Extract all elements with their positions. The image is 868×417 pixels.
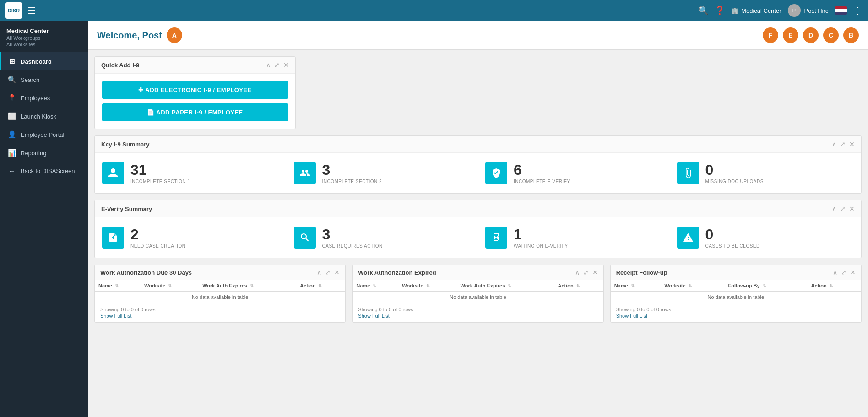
sidebar: Medical Center All Workgroups All Worksi…	[0, 21, 88, 417]
expand-icon[interactable]: ⤢	[274, 61, 280, 69]
no-data-message: No data available in table	[95, 292, 345, 303]
dashboard-content: Quick Add I-9 ∧ ⤢ ✕ ✚ ADD ELECTRONIC I-9…	[88, 50, 868, 329]
col-expires[interactable]: Work Auth Expires ⇅	[199, 280, 296, 292]
missing-doc-item[interactable]: 0 MISSING DOC UPLOADS	[670, 153, 862, 193]
collapse-wae-icon[interactable]: ∧	[575, 269, 580, 276]
close-rf-icon[interactable]: ✕	[850, 269, 856, 276]
org-name: Medical Center	[6, 27, 81, 34]
work-auth-due-widget: Work Authorization Due 30 Days ∧ ⤢ ✕ Nam…	[94, 265, 346, 323]
collapse-i9-icon[interactable]: ∧	[832, 141, 836, 148]
main-content: Welcome, Post A F E D C B Quick Add I-9 …	[88, 21, 868, 417]
cases-to-close-item[interactable]: 0 CASES TO BE CLOSED	[670, 217, 862, 258]
welcome-header: Welcome, Post A F E D C B	[88, 21, 868, 50]
showing-rows-wae: Showing 0 to 0 of 0 rows	[358, 307, 413, 312]
collapse-ev-icon[interactable]: ∧	[832, 205, 836, 212]
language-flag[interactable]	[835, 6, 847, 15]
close-icon[interactable]: ✕	[283, 61, 289, 69]
work-auth-expired-table: Name ⇅ Worksite ⇅ Work Auth Expires ⇅ Ac…	[353, 280, 603, 303]
reporting-icon: 📊	[8, 149, 16, 157]
add-paper-i9-button[interactable]: 📄 ADD PAPER I-9 / EMPLOYEE	[102, 103, 288, 121]
receipt-followup-widget: Receipt Follow-up ∧ ⤢ ✕ Name ⇅ Worksite …	[610, 265, 862, 323]
incomplete-everify-item[interactable]: 6 INCOMPLETE E-VERIFY	[478, 153, 670, 193]
collapse-rf-icon[interactable]: ∧	[833, 269, 837, 276]
col-name-rf[interactable]: Name ⇅	[611, 280, 661, 292]
close-wae-icon[interactable]: ✕	[592, 269, 598, 276]
work-auth-due-controls: ∧ ⤢ ✕	[317, 269, 340, 276]
sidebar-item-search[interactable]: 🔍 Search	[0, 70, 88, 89]
badge-d[interactable]: D	[803, 27, 819, 43]
sidebar-item-reporting[interactable]: 📊 Reporting	[0, 144, 88, 162]
everify-header: E-Verify Summary ∧ ⤢ ✕	[95, 200, 861, 217]
collapse-wad-icon[interactable]: ∧	[317, 269, 321, 276]
incomplete-section2-item[interactable]: 3 INCOMPLETE SECTION 2	[287, 153, 478, 193]
col-worksite[interactable]: Worksite ⇅	[141, 280, 199, 292]
quick-add-title: Quick Add I-9	[101, 62, 139, 69]
no-data-row-wae: No data available in table	[353, 292, 603, 303]
add-electronic-i9-button[interactable]: ✚ ADD ELECTRONIC I-9 / EMPLOYEE	[102, 81, 288, 99]
col-worksite-rf[interactable]: Worksite ⇅	[661, 280, 724, 292]
building-icon: 🏢	[731, 7, 738, 14]
welcome-text: Welcome, Post	[97, 30, 162, 41]
close-wad-icon[interactable]: ✕	[334, 269, 340, 276]
expand-ev-icon[interactable]: ⤢	[840, 205, 846, 212]
doc-plus-icon	[102, 227, 124, 249]
col-worksite-wae[interactable]: Worksite ⇅	[398, 280, 456, 292]
user-avatar: P	[788, 4, 801, 17]
user-menu[interactable]: P Post Hire	[788, 4, 829, 17]
key-i9-grid: 31 INCOMPLETE SECTION 1 3 INCOMPLETE SEC…	[95, 153, 861, 193]
badge-b[interactable]: B	[843, 27, 859, 43]
badge-c[interactable]: C	[823, 27, 839, 43]
quick-add-body: ✚ ADD ELECTRONIC I-9 / EMPLOYEE 📄 ADD PA…	[95, 74, 295, 129]
case-requires-action-info: 3 CASE REQUIRES ACTION	[322, 227, 383, 249]
warning-triangle-icon	[677, 227, 699, 249]
show-full-list-wad[interactable]: Show Full List	[100, 313, 340, 319]
work-auth-due-footer: Showing 0 to 0 of 0 rows Show Full List	[95, 303, 345, 322]
col-action-wae[interactable]: Action ⇅	[554, 280, 603, 292]
show-full-list-rf[interactable]: Show Full List	[616, 313, 856, 319]
waiting-everify-item[interactable]: 1 WAITING ON E-VERIFY	[478, 217, 670, 258]
app-logo[interactable]: DISR	[5, 2, 22, 19]
case-requires-action-item[interactable]: 3 CASE REQUIRES ACTION	[287, 217, 478, 258]
incomplete-section2-number: 3	[322, 162, 382, 177]
col-expires-wae[interactable]: Work Auth Expires ⇅	[456, 280, 554, 292]
col-name-wae[interactable]: Name ⇅	[353, 280, 398, 292]
medical-center-selector[interactable]: 🏢 Medical Center	[731, 7, 781, 14]
cases-to-close-number: 0	[705, 227, 760, 242]
showing-rows-wad: Showing 0 to 0 of 0 rows	[100, 307, 155, 312]
expand-wad-icon[interactable]: ⤢	[325, 269, 331, 276]
need-case-creation-item[interactable]: 2 NEED CASE CREATION	[95, 217, 287, 258]
header-badges: F E D C B	[763, 27, 859, 43]
collapse-icon[interactable]: ∧	[266, 61, 271, 69]
expand-rf-icon[interactable]: ⤢	[841, 269, 846, 276]
col-followup-rf[interactable]: Follow-up By ⇅	[725, 280, 808, 292]
hamburger-menu-icon[interactable]: ☰	[27, 5, 36, 16]
sidebar-label-launch-kiosk: Launch Kiosk	[21, 113, 56, 120]
sidebar-item-back-to-disa[interactable]: ← Back to DISAScreen	[0, 162, 88, 180]
more-options-icon[interactable]: ⋮	[853, 5, 863, 16]
help-icon[interactable]: ❓	[715, 5, 725, 16]
search-icon[interactable]: 🔍	[698, 5, 708, 16]
badge-e[interactable]: E	[783, 27, 798, 43]
need-case-creation-number: 2	[130, 227, 186, 242]
col-action[interactable]: Action ⇅	[296, 280, 345, 292]
col-action-rf[interactable]: Action ⇅	[808, 280, 861, 292]
quick-add-controls: ∧ ⤢ ✕	[266, 61, 289, 69]
close-ev-icon[interactable]: ✕	[849, 205, 855, 212]
badge-f[interactable]: F	[763, 27, 778, 43]
close-i9-icon[interactable]: ✕	[849, 141, 855, 148]
sidebar-item-employee-portal[interactable]: 👤 Employee Portal	[0, 125, 88, 144]
everify-grid: 2 NEED CASE CREATION 3 CASE REQUIRES ACT…	[95, 217, 861, 258]
sidebar-item-launch-kiosk[interactable]: ⬜ Launch Kiosk	[0, 107, 88, 125]
expand-i9-icon[interactable]: ⤢	[840, 141, 846, 148]
expand-wae-icon[interactable]: ⤢	[583, 269, 589, 276]
show-full-list-wae[interactable]: Show Full List	[358, 313, 597, 319]
incomplete-everify-label: INCOMPLETE E-VERIFY	[514, 179, 570, 184]
welcome-title: Welcome, Post A	[97, 27, 182, 43]
incomplete-section1-item[interactable]: 31 INCOMPLETE SECTION 1	[95, 153, 287, 193]
incomplete-section1-number: 31	[130, 162, 190, 177]
top-navigation: DISR ☰ 🔍 ❓ 🏢 Medical Center P Post Hire …	[0, 0, 868, 21]
sidebar-item-employees[interactable]: 📍 Employees	[0, 89, 88, 107]
dashboard-icon: ⊞	[8, 57, 16, 65]
col-name[interactable]: Name ⇅	[95, 280, 141, 292]
sidebar-item-dashboard[interactable]: ⊞ Dashboard	[0, 52, 88, 70]
